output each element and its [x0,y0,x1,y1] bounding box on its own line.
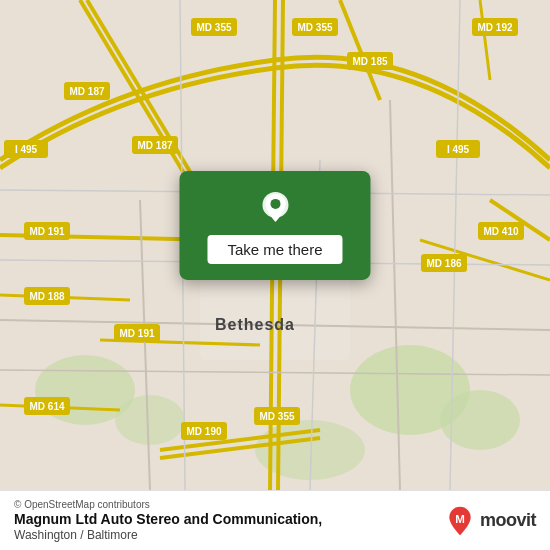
svg-text:MD 191: MD 191 [29,226,64,237]
svg-text:MD 614: MD 614 [29,401,64,412]
svg-text:MD 187: MD 187 [137,140,172,151]
svg-text:MD 355: MD 355 [259,411,294,422]
svg-point-5 [115,395,185,445]
svg-text:MD 191: MD 191 [119,328,154,339]
svg-text:MD 192: MD 192 [477,22,512,33]
moovit-icon: M [444,505,476,537]
osm-attribution: © OpenStreetMap contributors [14,499,322,510]
svg-text:MD 188: MD 188 [29,291,64,302]
take-me-there-button[interactable]: Take me there [207,235,342,264]
svg-text:MD 187: MD 187 [69,86,104,97]
svg-text:MD 190: MD 190 [186,426,221,437]
moovit-logo: M moovit [444,505,536,537]
svg-text:MD 186: MD 186 [426,258,461,269]
svg-text:Bethesda: Bethesda [215,316,295,333]
bottom-bar: © OpenStreetMap contributors Magnum Ltd … [0,490,550,550]
moovit-brand-text: moovit [480,510,536,531]
svg-text:M: M [455,512,465,524]
svg-text:MD 185: MD 185 [352,56,387,67]
bottom-info: © OpenStreetMap contributors Magnum Ltd … [14,499,322,542]
location-pin-icon [256,189,294,227]
location-title: Magnum Ltd Auto Stereo and Communication… [14,511,322,527]
popup-card: Take me there [179,171,370,280]
svg-text:MD 410: MD 410 [483,226,518,237]
svg-text:MD 355: MD 355 [297,22,332,33]
location-subtitle: Washington / Baltimore [14,528,322,542]
svg-point-64 [270,199,280,209]
svg-text:I 495: I 495 [15,144,38,155]
svg-text:MD 355: MD 355 [196,22,231,33]
map-container: MD 355 MD 355 MD 187 MD 187 MD 185 MD 19… [0,0,550,490]
svg-text:I 495: I 495 [447,144,470,155]
